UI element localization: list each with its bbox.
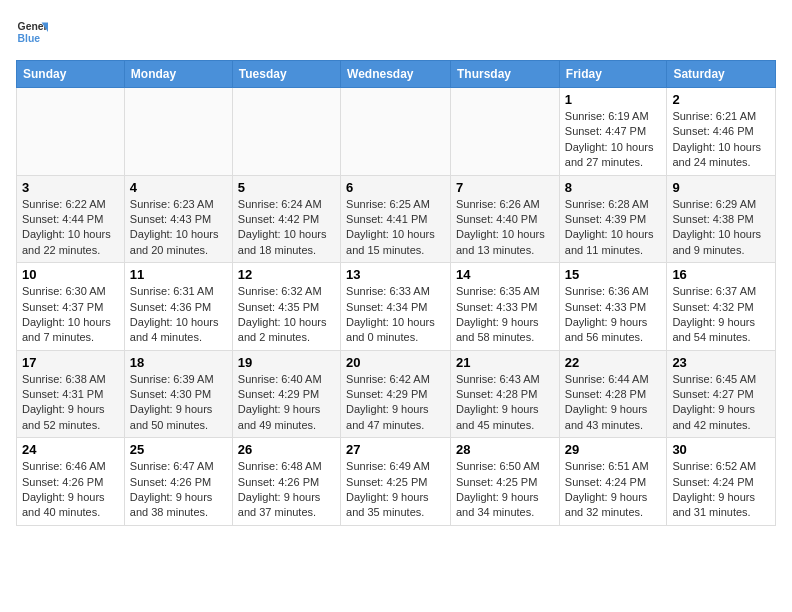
- calendar-cell: 2Sunrise: 6:21 AM Sunset: 4:46 PM Daylig…: [667, 88, 776, 176]
- day-info: Sunrise: 6:48 AM Sunset: 4:26 PM Dayligh…: [238, 459, 335, 521]
- day-info: Sunrise: 6:28 AM Sunset: 4:39 PM Dayligh…: [565, 197, 662, 259]
- day-number: 21: [456, 355, 554, 370]
- calendar-cell: 1Sunrise: 6:19 AM Sunset: 4:47 PM Daylig…: [559, 88, 667, 176]
- day-number: 29: [565, 442, 662, 457]
- calendar-cell: 20Sunrise: 6:42 AM Sunset: 4:29 PM Dayli…: [341, 350, 451, 438]
- svg-text:Blue: Blue: [18, 33, 41, 44]
- day-info: Sunrise: 6:25 AM Sunset: 4:41 PM Dayligh…: [346, 197, 445, 259]
- day-info: Sunrise: 6:35 AM Sunset: 4:33 PM Dayligh…: [456, 284, 554, 346]
- day-info: Sunrise: 6:45 AM Sunset: 4:27 PM Dayligh…: [672, 372, 770, 434]
- day-number: 25: [130, 442, 227, 457]
- calendar-cell: 19Sunrise: 6:40 AM Sunset: 4:29 PM Dayli…: [232, 350, 340, 438]
- day-info: Sunrise: 6:49 AM Sunset: 4:25 PM Dayligh…: [346, 459, 445, 521]
- day-info: Sunrise: 6:26 AM Sunset: 4:40 PM Dayligh…: [456, 197, 554, 259]
- calendar-cell: [451, 88, 560, 176]
- weekday-header-tuesday: Tuesday: [232, 61, 340, 88]
- calendar-cell: 8Sunrise: 6:28 AM Sunset: 4:39 PM Daylig…: [559, 175, 667, 263]
- calendar-cell: 11Sunrise: 6:31 AM Sunset: 4:36 PM Dayli…: [124, 263, 232, 351]
- day-number: 15: [565, 267, 662, 282]
- calendar-cell: 23Sunrise: 6:45 AM Sunset: 4:27 PM Dayli…: [667, 350, 776, 438]
- day-info: Sunrise: 6:22 AM Sunset: 4:44 PM Dayligh…: [22, 197, 119, 259]
- calendar-cell: 26Sunrise: 6:48 AM Sunset: 4:26 PM Dayli…: [232, 438, 340, 526]
- day-info: Sunrise: 6:33 AM Sunset: 4:34 PM Dayligh…: [346, 284, 445, 346]
- day-number: 23: [672, 355, 770, 370]
- weekday-header-sunday: Sunday: [17, 61, 125, 88]
- calendar-week-5: 24Sunrise: 6:46 AM Sunset: 4:26 PM Dayli…: [17, 438, 776, 526]
- day-info: Sunrise: 6:43 AM Sunset: 4:28 PM Dayligh…: [456, 372, 554, 434]
- calendar-cell: [17, 88, 125, 176]
- weekday-header-wednesday: Wednesday: [341, 61, 451, 88]
- day-number: 1: [565, 92, 662, 107]
- day-number: 11: [130, 267, 227, 282]
- day-number: 12: [238, 267, 335, 282]
- weekday-header-thursday: Thursday: [451, 61, 560, 88]
- weekday-header-monday: Monday: [124, 61, 232, 88]
- day-number: 16: [672, 267, 770, 282]
- calendar-cell: 13Sunrise: 6:33 AM Sunset: 4:34 PM Dayli…: [341, 263, 451, 351]
- day-info: Sunrise: 6:37 AM Sunset: 4:32 PM Dayligh…: [672, 284, 770, 346]
- day-number: 13: [346, 267, 445, 282]
- day-info: Sunrise: 6:36 AM Sunset: 4:33 PM Dayligh…: [565, 284, 662, 346]
- calendar-cell: 18Sunrise: 6:39 AM Sunset: 4:30 PM Dayli…: [124, 350, 232, 438]
- day-info: Sunrise: 6:32 AM Sunset: 4:35 PM Dayligh…: [238, 284, 335, 346]
- day-number: 18: [130, 355, 227, 370]
- day-info: Sunrise: 6:52 AM Sunset: 4:24 PM Dayligh…: [672, 459, 770, 521]
- calendar-body: 1Sunrise: 6:19 AM Sunset: 4:47 PM Daylig…: [17, 88, 776, 526]
- logo: General Blue: [16, 16, 48, 48]
- weekday-header-saturday: Saturday: [667, 61, 776, 88]
- calendar-cell: 30Sunrise: 6:52 AM Sunset: 4:24 PM Dayli…: [667, 438, 776, 526]
- day-info: Sunrise: 6:47 AM Sunset: 4:26 PM Dayligh…: [130, 459, 227, 521]
- calendar-cell: 22Sunrise: 6:44 AM Sunset: 4:28 PM Dayli…: [559, 350, 667, 438]
- day-info: Sunrise: 6:50 AM Sunset: 4:25 PM Dayligh…: [456, 459, 554, 521]
- day-info: Sunrise: 6:46 AM Sunset: 4:26 PM Dayligh…: [22, 459, 119, 521]
- day-number: 6: [346, 180, 445, 195]
- day-number: 2: [672, 92, 770, 107]
- calendar-cell: 6Sunrise: 6:25 AM Sunset: 4:41 PM Daylig…: [341, 175, 451, 263]
- calendar-cell: 28Sunrise: 6:50 AM Sunset: 4:25 PM Dayli…: [451, 438, 560, 526]
- calendar-cell: 17Sunrise: 6:38 AM Sunset: 4:31 PM Dayli…: [17, 350, 125, 438]
- logo-icon: General Blue: [16, 16, 48, 48]
- day-info: Sunrise: 6:19 AM Sunset: 4:47 PM Dayligh…: [565, 109, 662, 171]
- day-info: Sunrise: 6:51 AM Sunset: 4:24 PM Dayligh…: [565, 459, 662, 521]
- day-info: Sunrise: 6:40 AM Sunset: 4:29 PM Dayligh…: [238, 372, 335, 434]
- day-info: Sunrise: 6:31 AM Sunset: 4:36 PM Dayligh…: [130, 284, 227, 346]
- day-info: Sunrise: 6:38 AM Sunset: 4:31 PM Dayligh…: [22, 372, 119, 434]
- day-number: 10: [22, 267, 119, 282]
- calendar-week-4: 17Sunrise: 6:38 AM Sunset: 4:31 PM Dayli…: [17, 350, 776, 438]
- day-number: 19: [238, 355, 335, 370]
- calendar-cell: 3Sunrise: 6:22 AM Sunset: 4:44 PM Daylig…: [17, 175, 125, 263]
- calendar-cell: [341, 88, 451, 176]
- day-info: Sunrise: 6:30 AM Sunset: 4:37 PM Dayligh…: [22, 284, 119, 346]
- day-number: 17: [22, 355, 119, 370]
- calendar-cell: 25Sunrise: 6:47 AM Sunset: 4:26 PM Dayli…: [124, 438, 232, 526]
- day-number: 30: [672, 442, 770, 457]
- day-info: Sunrise: 6:21 AM Sunset: 4:46 PM Dayligh…: [672, 109, 770, 171]
- calendar-cell: 4Sunrise: 6:23 AM Sunset: 4:43 PM Daylig…: [124, 175, 232, 263]
- day-number: 20: [346, 355, 445, 370]
- calendar-cell: 7Sunrise: 6:26 AM Sunset: 4:40 PM Daylig…: [451, 175, 560, 263]
- calendar-cell: 21Sunrise: 6:43 AM Sunset: 4:28 PM Dayli…: [451, 350, 560, 438]
- day-number: 9: [672, 180, 770, 195]
- day-number: 24: [22, 442, 119, 457]
- day-number: 14: [456, 267, 554, 282]
- calendar-cell: 9Sunrise: 6:29 AM Sunset: 4:38 PM Daylig…: [667, 175, 776, 263]
- day-info: Sunrise: 6:42 AM Sunset: 4:29 PM Dayligh…: [346, 372, 445, 434]
- day-number: 5: [238, 180, 335, 195]
- day-number: 4: [130, 180, 227, 195]
- page-header: General Blue: [16, 16, 776, 48]
- weekday-header-friday: Friday: [559, 61, 667, 88]
- calendar-cell: 27Sunrise: 6:49 AM Sunset: 4:25 PM Dayli…: [341, 438, 451, 526]
- day-info: Sunrise: 6:39 AM Sunset: 4:30 PM Dayligh…: [130, 372, 227, 434]
- calendar-table: SundayMondayTuesdayWednesdayThursdayFrid…: [16, 60, 776, 526]
- day-number: 27: [346, 442, 445, 457]
- calendar-cell: 24Sunrise: 6:46 AM Sunset: 4:26 PM Dayli…: [17, 438, 125, 526]
- day-number: 22: [565, 355, 662, 370]
- calendar-cell: 29Sunrise: 6:51 AM Sunset: 4:24 PM Dayli…: [559, 438, 667, 526]
- day-number: 8: [565, 180, 662, 195]
- day-info: Sunrise: 6:24 AM Sunset: 4:42 PM Dayligh…: [238, 197, 335, 259]
- day-number: 3: [22, 180, 119, 195]
- day-number: 28: [456, 442, 554, 457]
- calendar-week-2: 3Sunrise: 6:22 AM Sunset: 4:44 PM Daylig…: [17, 175, 776, 263]
- day-number: 7: [456, 180, 554, 195]
- calendar-cell: 14Sunrise: 6:35 AM Sunset: 4:33 PM Dayli…: [451, 263, 560, 351]
